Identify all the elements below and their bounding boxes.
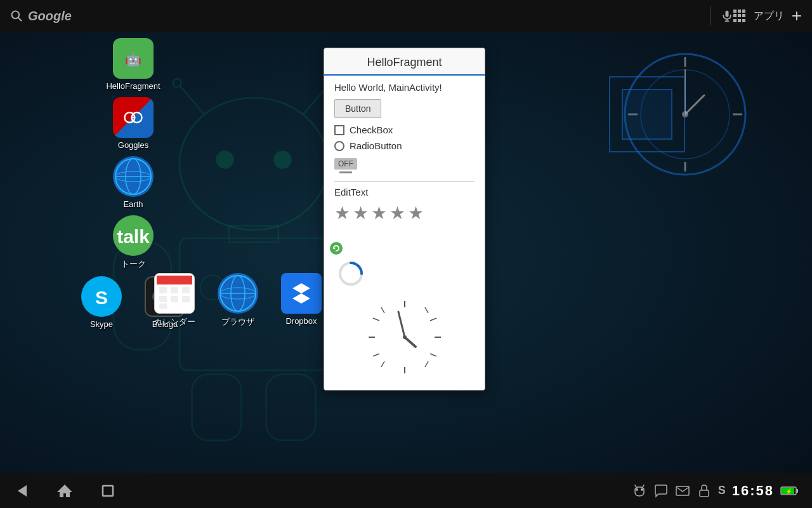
- star-1[interactable]: ★: [334, 203, 350, 224]
- refresh-button[interactable]: [329, 241, 343, 258]
- hello-world-text: Hello World, MainActivity!: [334, 82, 475, 93]
- svg-line-71: [425, 307, 428, 313]
- main-button[interactable]: Button: [334, 99, 381, 118]
- top-bar: Google アプリ +: [0, 0, 812, 32]
- svg-rect-88: [676, 486, 689, 495]
- app-row-bottom: カレンダー ブラウザ Dropb: [149, 273, 327, 328]
- add-button[interactable]: +: [792, 7, 802, 25]
- checkbox[interactable]: [334, 125, 344, 135]
- dialog-lower: [324, 236, 485, 390]
- svg-text:🤖: 🤖: [125, 51, 141, 67]
- dialog-title: HelloFragment: [334, 56, 475, 69]
- google-logo: Google: [28, 9, 72, 23]
- talk-icon: talk: [113, 215, 154, 256]
- talk-status-icon: [653, 483, 669, 498]
- analog-clock: [363, 296, 446, 378]
- apps-grid-icon[interactable]: [733, 10, 746, 22]
- nav-recent-icon[interactable]: [99, 482, 117, 500]
- app-calendar[interactable]: カレンダー: [149, 273, 200, 328]
- app-dropbox[interactable]: Dropbox: [276, 273, 327, 328]
- dialog-window: HelloFragment Hello World, MainActivity!…: [324, 48, 485, 391]
- search-area[interactable]: Google: [10, 9, 700, 23]
- svg-rect-89: [700, 490, 709, 497]
- star-5[interactable]: ★: [408, 203, 424, 224]
- progress-spinner: [337, 260, 475, 290]
- star-3[interactable]: ★: [371, 203, 387, 224]
- skype-icon: S: [81, 276, 122, 317]
- app-goggles[interactable]: Goggles: [108, 97, 159, 150]
- browser-icon: [218, 273, 258, 314]
- radio-label: RadioButton: [350, 140, 402, 151]
- goggles-icon: [113, 97, 154, 138]
- mic-icon[interactable]: [721, 10, 733, 22]
- apps-label[interactable]: アプリ: [754, 10, 784, 23]
- checkbox-row: CheckBox: [334, 124, 475, 135]
- earth-label: Earth: [123, 199, 143, 209]
- svg-rect-54: [159, 304, 167, 309]
- svg-line-79: [398, 312, 405, 337]
- stars-row: ★ ★ ★ ★ ★: [334, 203, 475, 224]
- top-bar-divider: [710, 6, 710, 25]
- toggle-switch[interactable]: OFF: [334, 158, 357, 170]
- status-icons: S 16:58 ⚡: [632, 483, 799, 499]
- hellofragment-icon: 🤖: [113, 38, 154, 79]
- skype-status-icon: S: [718, 484, 726, 497]
- svg-point-80: [403, 335, 407, 339]
- svg-line-70: [381, 307, 384, 313]
- gmail-status-icon: [675, 483, 690, 498]
- lock-status-icon: [697, 483, 712, 498]
- svg-rect-26: [725, 11, 728, 17]
- dropbox-label: Dropbox: [285, 316, 317, 326]
- app-skype[interactable]: S Skype: [76, 276, 127, 329]
- svg-line-73: [381, 361, 384, 367]
- svg-point-84: [636, 488, 638, 491]
- app-talk[interactable]: talk トーク: [108, 215, 159, 270]
- dialog-content: Hello World, MainActivity! Button CheckB…: [324, 76, 485, 236]
- top-right-controls: アプリ +: [733, 7, 802, 25]
- dropbox-icon: [281, 273, 322, 314]
- svg-line-75: [430, 318, 436, 321]
- svg-text:S: S: [95, 287, 108, 308]
- search-icon: [10, 10, 23, 22]
- calendar-label: カレンダー: [154, 316, 195, 328]
- app-hellofragment[interactable]: 🤖 HelloFragment: [108, 38, 159, 91]
- calendar-icon: [154, 273, 195, 314]
- app-earth[interactable]: Earth: [108, 156, 159, 209]
- svg-line-74: [373, 318, 379, 321]
- svg-line-72: [425, 361, 428, 367]
- earth-icon: [113, 156, 154, 197]
- svg-point-63: [330, 242, 343, 255]
- nav-back-icon[interactable]: [13, 482, 30, 500]
- svg-rect-53: [182, 296, 190, 302]
- browser-label: ブラウザ: [221, 316, 254, 328]
- edittext-label: EditText: [334, 187, 475, 197]
- nav-home-icon[interactable]: [56, 482, 74, 500]
- svg-rect-83: [103, 486, 113, 496]
- star-2[interactable]: ★: [353, 203, 369, 224]
- svg-rect-51: [159, 296, 167, 302]
- star-4[interactable]: ★: [390, 203, 405, 224]
- toggle-area: OFF: [334, 157, 475, 172]
- svg-line-76: [430, 354, 436, 356]
- hellofragment-label: HelloFragment: [106, 81, 160, 91]
- radio-button[interactable]: [334, 141, 344, 151]
- svg-rect-49: [171, 287, 178, 293]
- svg-rect-47: [157, 276, 192, 284]
- svg-rect-50: [182, 287, 190, 293]
- skype-label: Skype: [90, 319, 113, 329]
- nav-icons: [13, 482, 632, 500]
- svg-rect-52: [171, 296, 178, 302]
- android-status-icon: [632, 483, 647, 498]
- svg-text:⚡: ⚡: [785, 488, 793, 495]
- talk-label: トーク: [121, 258, 146, 270]
- svg-text:talk: talk: [117, 226, 150, 247]
- app-browser[interactable]: ブラウザ: [213, 273, 263, 328]
- toggle-label: OFF: [338, 159, 353, 168]
- svg-line-86: [635, 485, 636, 487]
- svg-line-78: [405, 337, 416, 347]
- radio-row: RadioButton: [334, 140, 475, 151]
- time-display: 16:58: [732, 483, 774, 499]
- dialog-title-bar: HelloFragment: [324, 48, 485, 76]
- svg-rect-92: [796, 489, 798, 493]
- svg-marker-82: [57, 485, 72, 497]
